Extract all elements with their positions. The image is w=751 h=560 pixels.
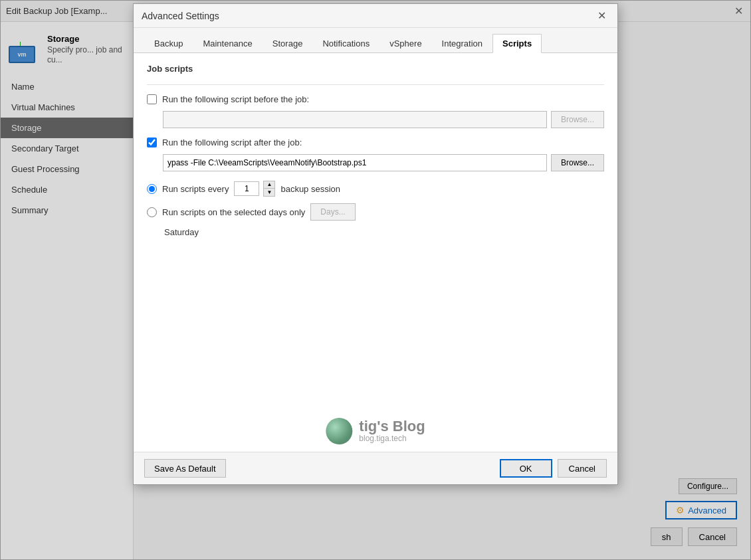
- after-job-group: Run the following script after the job: …: [147, 138, 604, 171]
- advanced-settings-modal: Advanced Settings ✕ Backup Maintenance S…: [133, 3, 618, 485]
- after-job-checkbox-row: Run the following script after the job:: [147, 138, 604, 147]
- saturday-label: Saturday: [164, 227, 604, 237]
- modal-titlebar: Advanced Settings ✕: [134, 4, 617, 28]
- modal-close-button[interactable]: ✕: [593, 8, 609, 24]
- modal-title: Advanced Settings: [142, 11, 593, 21]
- modal-body: Job scripts Run the following script bef…: [134, 53, 617, 452]
- spinner-input[interactable]: 1: [234, 181, 259, 196]
- after-browse-button[interactable]: Browse...: [551, 154, 604, 171]
- watermark-globe-icon: [326, 418, 352, 444]
- after-job-label[interactable]: Run the following script after the job:: [162, 138, 302, 147]
- footer-right-buttons: OK Cancel: [500, 459, 607, 478]
- after-job-input-row: Browse...: [163, 154, 604, 171]
- before-job-input[interactable]: [163, 111, 547, 128]
- tab-integration[interactable]: Integration: [432, 34, 492, 53]
- tab-notifications[interactable]: Notifications: [312, 34, 379, 53]
- tab-bar: Backup Maintenance Storage Notifications…: [134, 28, 617, 53]
- radio-selected-days[interactable]: [147, 207, 157, 217]
- days-button[interactable]: Days...: [310, 203, 355, 221]
- before-browse-button[interactable]: Browse...: [551, 111, 604, 128]
- radio-run-every-label[interactable]: Run scripts every: [162, 184, 229, 194]
- spinner-down-arrow[interactable]: ▼: [264, 189, 274, 196]
- modal-footer: Save As Default OK Cancel: [134, 452, 617, 484]
- before-job-group: Run the following script before the job:…: [147, 94, 604, 128]
- watermark-url: blog.tiga.tech: [359, 434, 425, 443]
- after-job-checkbox[interactable]: [147, 138, 157, 147]
- before-job-input-row: Browse...: [163, 111, 604, 128]
- tab-storage[interactable]: Storage: [263, 34, 313, 53]
- watermark-blog-title: tig's Blog: [359, 419, 425, 434]
- watermark: tig's Blog blog.tiga.tech: [326, 418, 425, 444]
- session-label: backup session: [280, 184, 340, 194]
- tab-backup[interactable]: Backup: [144, 34, 193, 53]
- tab-maintenance[interactable]: Maintenance: [193, 34, 262, 53]
- radio-selected-days-row: Run scripts on the selected days only Da…: [147, 203, 604, 221]
- section-divider: [147, 84, 604, 85]
- radio-selected-days-label[interactable]: Run scripts on the selected days only: [162, 207, 305, 217]
- section-title-job-scripts: Job scripts: [147, 64, 604, 76]
- before-job-label[interactable]: Run the following script before the job:: [162, 94, 309, 104]
- spinner-up-arrow[interactable]: ▲: [264, 181, 274, 189]
- radio-run-every[interactable]: [147, 184, 157, 194]
- cancel-button[interactable]: Cancel: [558, 459, 607, 478]
- watermark-text: tig's Blog blog.tiga.tech: [359, 419, 425, 443]
- tab-vsphere[interactable]: vSphere: [379, 34, 431, 53]
- tab-scripts[interactable]: Scripts: [492, 34, 542, 53]
- spinner-group: 1 ▲ ▼: [234, 181, 275, 197]
- before-job-checkbox-row: Run the following script before the job:: [147, 94, 604, 104]
- radio-run-every-row: Run scripts every 1 ▲ ▼ backup session: [147, 181, 604, 197]
- spinner-arrows: ▲ ▼: [263, 181, 275, 197]
- ok-button[interactable]: OK: [500, 459, 552, 478]
- save-as-default-button[interactable]: Save As Default: [144, 459, 226, 478]
- modal-overlay: Advanced Settings ✕ Backup Maintenance S…: [0, 0, 751, 560]
- after-job-input[interactable]: [163, 154, 547, 171]
- before-job-checkbox[interactable]: [147, 94, 157, 104]
